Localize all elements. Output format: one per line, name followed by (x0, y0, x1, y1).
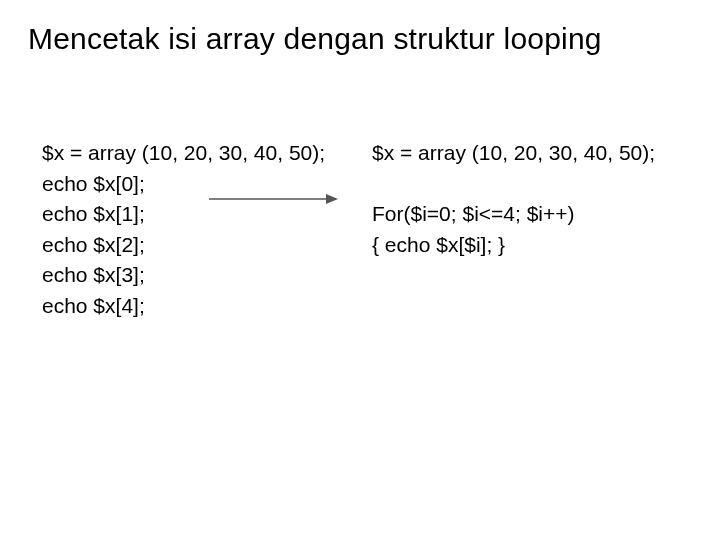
code-line: For($i=0; $i<=4; $i++) (372, 202, 575, 225)
code-line: echo $x[2]; (42, 233, 145, 256)
slide-body: $x = array (10, 20, 30, 40, 50); echo $x… (42, 108, 688, 352)
slide-title: Mencetak isi array dengan struktur loopi… (28, 22, 692, 56)
code-line: echo $x[1]; (42, 202, 145, 225)
code-line: $x = array (10, 20, 30, 40, 50); (372, 141, 655, 164)
code-line: { echo $x[$i]; } (372, 233, 505, 256)
code-column-left: $x = array (10, 20, 30, 40, 50); echo $x… (42, 108, 372, 352)
code-line: echo $x[4]; (42, 294, 145, 317)
code-line: echo $x[3]; (42, 263, 145, 286)
code-line: $x = array (10, 20, 30, 40, 50); (42, 141, 325, 164)
code-line: echo $x[0]; (42, 172, 145, 195)
code-column-right: $x = array (10, 20, 30, 40, 50); For($i=… (372, 108, 688, 352)
slide: Mencetak isi array dengan struktur loopi… (0, 0, 720, 540)
